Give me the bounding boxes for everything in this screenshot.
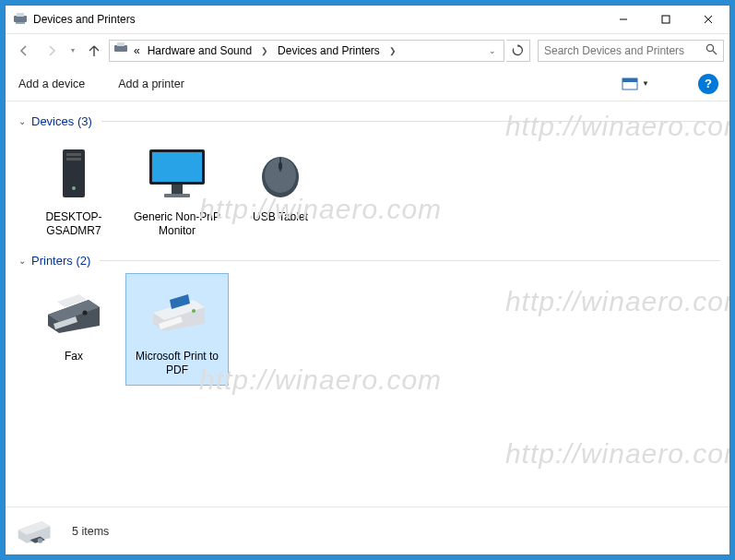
svg-rect-4 — [662, 16, 670, 23]
breadcrumb-hardware[interactable]: Hardware and Sound — [146, 44, 254, 57]
window-controls — [602, 6, 729, 33]
svg-rect-12 — [622, 78, 637, 82]
item-label: USB Tablet — [233, 210, 327, 224]
monitor-icon — [144, 140, 210, 207]
breadcrumb-prefix: « — [132, 44, 142, 57]
svg-point-16 — [72, 186, 76, 190]
svg-rect-14 — [66, 153, 81, 156]
group-name: Printers — [31, 254, 73, 268]
chevron-down-icon: ▼ — [642, 79, 649, 88]
status-icon — [15, 513, 55, 550]
device-item-desktop[interactable]: DESKTOP-GSADMR7 — [22, 134, 125, 246]
minimize-button[interactable] — [602, 6, 645, 33]
svg-rect-1 — [16, 22, 25, 24]
close-button[interactable] — [687, 6, 729, 33]
group-name: Devices — [31, 114, 74, 128]
chevron-right-icon[interactable]: ❯ — [385, 46, 400, 55]
group-header-devices[interactable]: ⌄ Devices (3) — [15, 107, 720, 134]
device-item-usb-tablet[interactable]: USB Tablet — [229, 134, 332, 246]
help-button[interactable]: ? — [698, 74, 718, 94]
command-bar: Add a device Add a printer ▼ ? — [6, 66, 729, 101]
address-bar[interactable]: « Hardware and Sound ❯ Devices and Print… — [109, 40, 504, 62]
status-text: 5 items — [72, 525, 109, 538]
svg-point-38 — [38, 538, 43, 543]
item-label: Generic Non-PnP Monitor — [130, 210, 224, 238]
pc-tower-icon — [41, 140, 107, 207]
window: Devices and Printers ▾ « Hardware and So… — [5, 5, 730, 555]
svg-rect-19 — [172, 185, 183, 194]
window-title: Devices and Printers — [33, 13, 136, 26]
up-button[interactable] — [81, 38, 107, 64]
printers-row: Fax Microsoft Print to PDF — [15, 273, 720, 386]
svg-rect-24 — [279, 162, 282, 170]
forward-button[interactable] — [39, 38, 65, 64]
svg-rect-18 — [152, 152, 202, 182]
printer-item-fax[interactable]: Fax — [22, 273, 125, 386]
svg-point-9 — [706, 44, 713, 51]
recent-locations-button[interactable]: ▾ — [66, 46, 79, 54]
search-placeholder: Search Devices and Printers — [544, 44, 705, 57]
group-count: (3) — [77, 114, 92, 128]
svg-rect-20 — [164, 194, 190, 197]
fax-icon — [41, 280, 107, 346]
breadcrumb-devices-printers[interactable]: Devices and Printers — [276, 44, 382, 57]
printer-icon — [144, 280, 210, 346]
device-item-monitor[interactable]: Generic Non-PnP Monitor — [125, 134, 229, 246]
mouse-icon — [247, 140, 314, 207]
collapse-icon: ⌄ — [15, 116, 30, 126]
search-icon — [705, 43, 717, 58]
address-dropdown-button[interactable]: ⌄ — [485, 46, 500, 55]
svg-rect-7 — [114, 45, 127, 52]
svg-rect-8 — [117, 42, 124, 46]
add-printer-button[interactable]: Add a printer — [116, 74, 186, 94]
add-device-button[interactable]: Add a device — [17, 74, 87, 94]
svg-point-34 — [192, 309, 196, 313]
item-label: Fax — [27, 350, 121, 363]
svg-rect-0 — [14, 16, 27, 22]
status-bar: 5 items — [6, 506, 729, 554]
back-button[interactable] — [11, 38, 37, 64]
svg-rect-2 — [17, 13, 24, 17]
svg-rect-13 — [63, 149, 85, 197]
titlebar: Devices and Printers — [6, 6, 729, 33]
group-header-printers[interactable]: ⌄ Printers (2) — [15, 246, 720, 273]
navigation-bar: ▾ « Hardware and Sound ❯ Devices and Pri… — [6, 33, 729, 66]
svg-line-10 — [713, 51, 717, 54]
devices-row: DESKTOP-GSADMR7 Generic Non-PnP Monitor … — [15, 134, 720, 246]
maximize-button[interactable] — [645, 6, 687, 33]
refresh-button[interactable] — [506, 40, 530, 62]
view-options-button[interactable]: ▼ — [617, 75, 654, 93]
address-icon — [113, 42, 128, 59]
chevron-right-icon[interactable]: ❯ — [257, 46, 272, 55]
content-area: ⌄ Devices (3) DESKTOP-GSADMR7 Generic No… — [6, 101, 729, 506]
svg-point-29 — [83, 311, 88, 316]
svg-rect-15 — [66, 158, 81, 161]
collapse-icon: ⌄ — [15, 256, 30, 266]
watermark: http://winaero.com — [505, 438, 729, 470]
app-icon — [13, 12, 28, 27]
group-count: (2) — [76, 254, 90, 268]
item-label: DESKTOP-GSADMR7 — [27, 210, 121, 238]
printer-item-pdf[interactable]: Microsoft Print to PDF — [125, 273, 229, 386]
search-input[interactable]: Search Devices and Printers — [538, 40, 724, 62]
item-label: Microsoft Print to PDF — [130, 350, 224, 377]
